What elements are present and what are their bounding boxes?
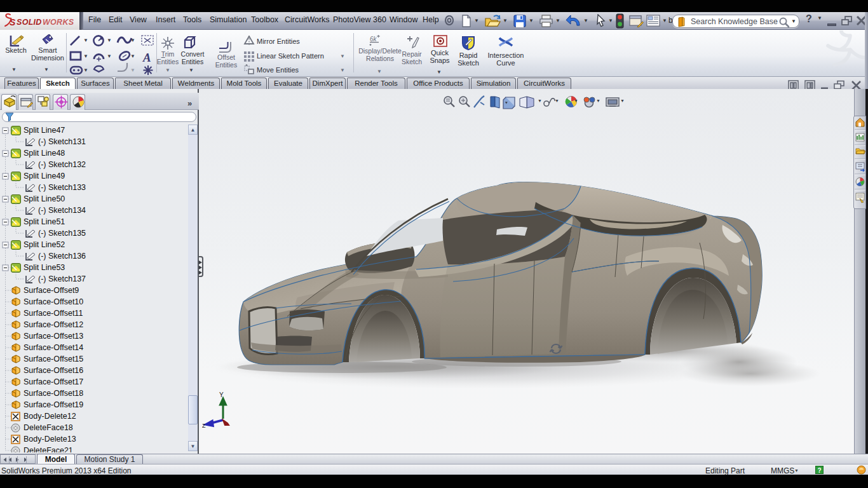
svg-text:DeleteFace18: DeleteFace18 — [24, 423, 73, 432]
svg-text:Surface-Offset13: Surface-Offset13 — [24, 332, 83, 341]
svg-text:S: S — [10, 17, 16, 27]
svg-text:Split Line51: Split Line51 — [24, 217, 65, 226]
svg-text:WORKS: WORKS — [43, 18, 74, 27]
svg-text:Body-Delete13: Body-Delete13 — [24, 435, 76, 444]
svg-text:Surface-Offset17: Surface-Offset17 — [24, 377, 83, 386]
svg-text:Surface-Offset12: Surface-Offset12 — [24, 320, 83, 329]
svg-text:Surface-Offset11: Surface-Offset11 — [24, 309, 83, 318]
svg-text:Split Line49: Split Line49 — [24, 172, 65, 180]
svg-text:SOLID: SOLID — [17, 18, 42, 27]
svg-text:(-) Sketch134: (-) Sketch134 — [38, 206, 86, 215]
svg-text:DeleteFace21: DeleteFace21 — [24, 446, 73, 452]
svg-text:Split Line52: Split Line52 — [24, 240, 65, 249]
svg-text:Surface-Offset15: Surface-Offset15 — [24, 355, 83, 363]
svg-text:Surface-Offset10: Surface-Offset10 — [24, 297, 83, 306]
svg-text:A: A — [142, 51, 151, 64]
svg-text:Split Line53: Split Line53 — [24, 263, 65, 272]
svg-text:(-) Sketch133: (-) Sketch133 — [38, 183, 86, 192]
svg-text:(-) Sketch131: (-) Sketch131 — [38, 137, 86, 146]
svg-text:Split Line48: Split Line48 — [24, 149, 65, 158]
svg-text:Surface-Offset14: Surface-Offset14 — [24, 343, 83, 352]
svg-text:6k: 6k — [370, 36, 377, 43]
svg-text:(-) Sketch137: (-) Sketch137 — [38, 274, 86, 283]
svg-text:Body-Delete12: Body-Delete12 — [24, 412, 76, 421]
svg-text:(-) Sketch135: (-) Sketch135 — [38, 229, 86, 238]
svg-text:(-) Sketch132: (-) Sketch132 — [38, 160, 86, 169]
svg-text:Surface-Offset16: Surface-Offset16 — [24, 366, 83, 375]
svg-text:Surface-Offset9: Surface-Offset9 — [24, 286, 79, 295]
svg-text:Z: Z — [202, 423, 206, 429]
svg-text:Surface-Offset18: Surface-Offset18 — [24, 389, 83, 398]
svg-text:(-) Sketch136: (-) Sketch136 — [38, 252, 86, 261]
svg-text:Split Line47: Split Line47 — [24, 126, 65, 135]
svg-text:Split Line50: Split Line50 — [24, 194, 65, 203]
svg-text:Surface-Offset19: Surface-Offset19 — [24, 400, 83, 409]
